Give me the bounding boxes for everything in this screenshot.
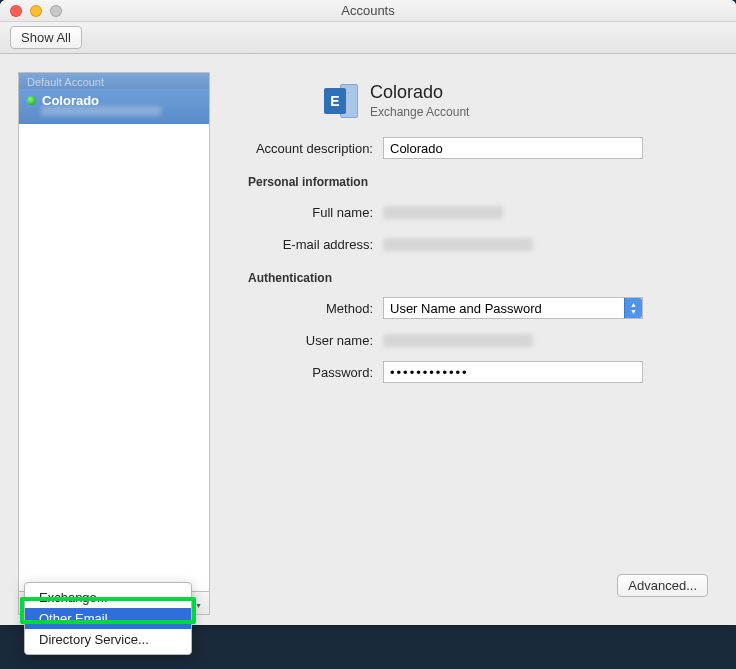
- username-label: User name:: [228, 333, 383, 348]
- menu-item-directory-service[interactable]: Directory Service...: [25, 629, 191, 650]
- menu-item-other-email[interactable]: Other Email...: [25, 608, 191, 629]
- status-dot-icon: [27, 96, 36, 105]
- password-input[interactable]: [383, 361, 643, 383]
- account-list[interactable]: Default Account Colorado: [18, 72, 210, 591]
- exchange-icon: E: [324, 84, 358, 118]
- content: Default Account Colorado ▼ ✻▼: [0, 54, 736, 625]
- section-auth: Authentication: [228, 265, 383, 287]
- show-all-button[interactable]: Show All: [10, 26, 82, 49]
- account-title: Colorado: [370, 82, 469, 103]
- account-form: Account description: Personal informatio…: [228, 137, 718, 383]
- auth-method-select[interactable]: User Name and Password ▲▼: [383, 297, 643, 319]
- method-label: Method:: [228, 301, 383, 316]
- titlebar: Accounts: [0, 0, 736, 22]
- sidebar-item-account[interactable]: Colorado: [19, 89, 209, 124]
- accounts-window: Accounts Show All Default Account Colora…: [0, 0, 736, 625]
- sidebar: Default Account Colorado ▼ ✻▼: [18, 72, 210, 615]
- window-title: Accounts: [0, 3, 736, 18]
- section-personal: Personal information: [228, 169, 383, 191]
- desc-label: Account description:: [228, 141, 383, 156]
- add-account-menu: Exchange... Other Email... Directory Ser…: [24, 582, 192, 655]
- fullname-label: Full name:: [228, 205, 383, 220]
- menu-item-exchange[interactable]: Exchange...: [25, 587, 191, 608]
- email-value[interactable]: [383, 233, 643, 255]
- account-details: E Colorado Exchange Account Account desc…: [228, 72, 718, 615]
- auth-method-value: User Name and Password: [390, 301, 542, 316]
- sidebar-section-header: Default Account: [19, 73, 209, 89]
- toolbar: Show All: [0, 22, 736, 54]
- fullname-value[interactable]: [383, 201, 643, 223]
- account-header: E Colorado Exchange Account: [228, 72, 718, 137]
- email-label: E-mail address:: [228, 237, 383, 252]
- password-label: Password:: [228, 365, 383, 380]
- select-stepper-icon: ▲▼: [624, 298, 642, 318]
- account-description-input[interactable]: [383, 137, 643, 159]
- advanced-button[interactable]: Advanced...: [617, 574, 708, 597]
- username-value[interactable]: [383, 329, 643, 351]
- redacted-text: [41, 106, 161, 116]
- account-subtitle: Exchange Account: [370, 105, 469, 119]
